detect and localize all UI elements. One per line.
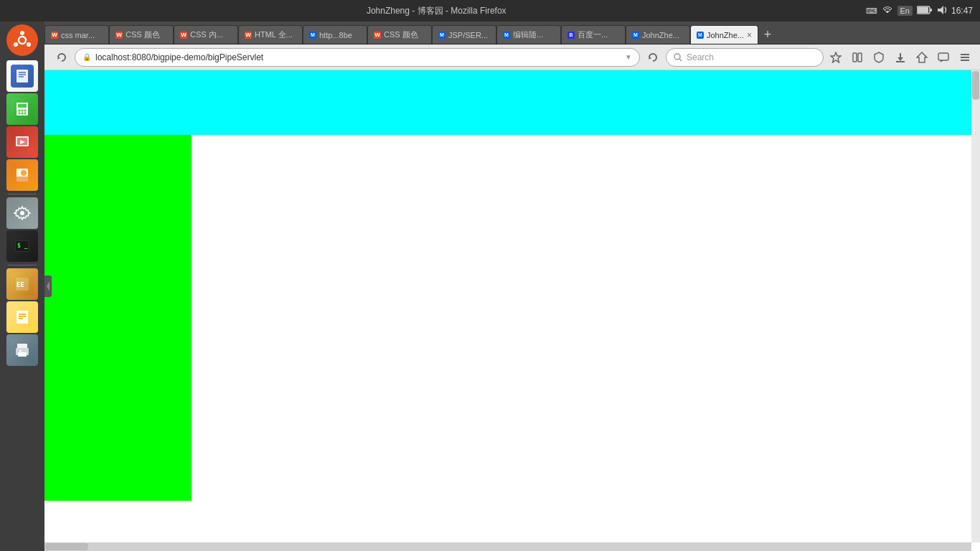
tab-johnzhe-1[interactable]: M JohnZhe... xyxy=(626,25,690,44)
svg-point-33 xyxy=(19,110,21,112)
home-button[interactable] xyxy=(913,48,931,67)
sidebar-collapse-button[interactable] xyxy=(44,276,52,297)
ubuntu-sidebar: $ _ EE xyxy=(0,22,44,551)
svg-point-25 xyxy=(14,42,18,47)
sidebar-app-draw[interactable] xyxy=(6,159,38,191)
tab-edit[interactable]: M 编辑随... xyxy=(496,25,561,44)
svg-point-43 xyxy=(21,170,27,176)
sidebar-app-settings[interactable] xyxy=(6,197,38,229)
h-scrollbar-thumb[interactable] xyxy=(45,543,88,550)
title-bar-text: JohnZheng - 博客园 - Mozilla Firefox xyxy=(7,5,866,17)
tab-jsp[interactable]: M JSP/SER... xyxy=(432,25,496,44)
tab-johnzhe-2[interactable]: M JohnZhe... × xyxy=(690,25,758,44)
tab-favicon-11: M xyxy=(697,32,704,39)
svg-rect-32 xyxy=(18,104,27,108)
svg-marker-16 xyxy=(917,52,927,62)
scrollbar-thumb[interactable] xyxy=(972,71,979,100)
wifi-icon xyxy=(882,6,893,16)
tab-close-button[interactable]: × xyxy=(747,30,752,40)
svg-text:EE: EE xyxy=(17,281,24,288)
tab-html[interactable]: W HTML 全... xyxy=(238,25,303,44)
search-bar[interactable]: Search xyxy=(666,48,824,67)
svg-point-37 xyxy=(22,113,24,115)
svg-marker-14 xyxy=(897,57,903,61)
svg-rect-11 xyxy=(853,53,857,62)
horizontal-scrollbar[interactable] xyxy=(44,542,971,551)
page-sidebar-block xyxy=(44,135,192,501)
svg-point-26 xyxy=(27,42,31,47)
address-bar[interactable]: 🔒 localhost:8080/bigpipe-demo/bigPipeSer… xyxy=(75,48,640,67)
svg-point-36 xyxy=(19,113,21,115)
svg-point-38 xyxy=(24,113,27,115)
title-bar: JohnZheng - 博客园 - Mozilla Firefox ⌨ En 1… xyxy=(0,0,980,22)
search-icon xyxy=(674,53,682,62)
search-placeholder: Search xyxy=(687,52,714,62)
sidebar-app-calc[interactable] xyxy=(6,93,38,125)
tab-favicon-3: W xyxy=(180,32,187,39)
address-lock-icon: 🔒 xyxy=(83,53,91,61)
address-text: localhost:8080/bigpipe-demo/bigPipeServl… xyxy=(95,52,621,62)
tab-favicon-5: M xyxy=(309,32,316,39)
download-button[interactable] xyxy=(891,48,910,67)
svg-rect-58 xyxy=(19,350,22,352)
sidebar-app-writer[interactable] xyxy=(6,60,38,92)
sidebar-app-texteditor[interactable] xyxy=(6,301,38,333)
tab-favicon-2: W xyxy=(116,32,123,39)
svg-rect-12 xyxy=(858,53,862,62)
svg-rect-51 xyxy=(17,311,28,324)
chat-button[interactable] xyxy=(934,48,953,67)
reader-view-button[interactable] xyxy=(848,48,867,67)
svg-point-34 xyxy=(22,110,24,112)
tab-favicon-8: M xyxy=(503,32,510,39)
tab-favicon-4: W xyxy=(245,32,252,39)
sidebar-separator-1 xyxy=(8,194,37,194)
shield-button[interactable] xyxy=(870,48,888,67)
bookmark-star-button[interactable] xyxy=(826,48,845,67)
tab-css-color-2[interactable]: W CSS 颜色 xyxy=(367,25,432,44)
page-main-content xyxy=(192,135,980,551)
reload-btn-2[interactable] xyxy=(643,47,663,67)
svg-rect-2 xyxy=(930,9,932,11)
tab-baidu[interactable]: B 百度一... xyxy=(561,25,626,44)
svg-rect-1 xyxy=(918,7,928,13)
reload-button[interactable] xyxy=(52,47,72,67)
tab-css-mar[interactable]: W css mar... xyxy=(44,25,109,44)
sidebar-app-javaee[interactable]: EE xyxy=(6,268,38,300)
browser-window: $ _ EE xyxy=(0,70,980,551)
clock: 16:47 xyxy=(951,6,973,16)
ubuntu-logo-button[interactable] xyxy=(6,24,38,56)
sidebar-app-printer[interactable] xyxy=(6,334,38,366)
svg-rect-27 xyxy=(17,70,28,83)
navigation-bar: 🔒 localhost:8080/bigpipe-demo/bigPipeSer… xyxy=(0,44,980,70)
tab-favicon-10: M xyxy=(632,32,639,39)
svg-line-9 xyxy=(679,59,682,61)
svg-rect-57 xyxy=(18,352,27,357)
system-tray: ⌨ En 16:47 xyxy=(866,5,974,17)
svg-point-8 xyxy=(674,54,680,60)
keyboard-indicator: ⌨ xyxy=(866,6,877,16)
sidebar-app-terminal[interactable]: $ _ xyxy=(6,230,38,262)
tab-bar: W css mar... W CSS 颜色 W CSS 内... W HTML … xyxy=(0,22,980,44)
menu-button[interactable] xyxy=(956,48,974,67)
page-body xyxy=(44,135,980,551)
battery-icon xyxy=(917,6,933,16)
tab-css-inner[interactable]: W CSS 内... xyxy=(174,25,238,44)
svg-marker-10 xyxy=(831,52,841,62)
svg-text:$ _: $ _ xyxy=(17,242,28,249)
tab-favicon-1: W xyxy=(51,32,58,39)
new-tab-button[interactable]: + xyxy=(758,25,777,44)
tab-favicon-9: B xyxy=(567,32,575,39)
nav-icons xyxy=(826,48,974,67)
svg-point-24 xyxy=(20,31,24,35)
vertical-scrollbar[interactable] xyxy=(971,70,980,542)
tab-http[interactable]: M http...8be xyxy=(303,25,367,44)
page-header-block xyxy=(44,70,980,135)
tab-css-color-1[interactable]: W CSS 颜色 xyxy=(109,25,174,44)
svg-point-45 xyxy=(20,211,24,215)
keyboard-lang: En xyxy=(897,6,913,16)
address-dropdown-icon[interactable]: ▼ xyxy=(625,53,632,61)
svg-rect-17 xyxy=(938,53,948,60)
svg-marker-3 xyxy=(938,6,943,14)
sidebar-app-impress[interactable] xyxy=(6,126,38,158)
webpage-content xyxy=(44,70,980,551)
